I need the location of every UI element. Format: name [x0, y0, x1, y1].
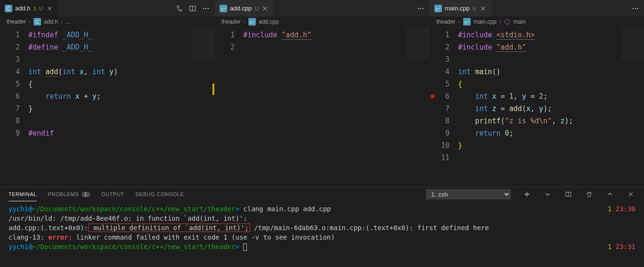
svg-rect-25: [504, 19, 510, 25]
tab-add-h[interactable]: C add.h 1 U: [0, 0, 59, 17]
tab-add-cpp[interactable]: C⁺ add.cpp U: [215, 0, 274, 17]
editor-pane-3: C⁺ main.cpp U theader › C⁺ main.cpp › ma…: [430, 0, 644, 187]
panel-tabs: TERMINAL PROBLEMS1 OUTPUT DEBUG CONSOLE …: [0, 187, 644, 201]
editor-pane-2: C⁺ add.cpp U theader › C⁺ add.cpp 12 #in…: [215, 0, 430, 187]
tab-output[interactable]: OUTPUT: [102, 187, 124, 201]
tab-bar: C add.h 1 U: [0, 0, 214, 17]
breadcrumb-more: …: [66, 18, 71, 25]
minimap[interactable]: [192, 27, 214, 187]
editor-actions: [171, 5, 214, 12]
svg-text:C⁺: C⁺: [465, 20, 469, 25]
bottom-panel: TERMINAL PROBLEMS1 OUTPUT DEBUG CONSOLE …: [0, 187, 644, 267]
symbol-icon: [504, 18, 510, 25]
breadcrumb[interactable]: theader › C add.h › …: [0, 17, 214, 27]
problems-badge: 1: [34, 6, 36, 11]
new-terminal-icon[interactable]: [522, 189, 532, 199]
editor-actions: [412, 5, 429, 12]
chevron-right-icon: ›: [499, 18, 501, 25]
breakpoint-icon: 6: [430, 90, 449, 103]
line-gutter: 12: [215, 27, 243, 187]
minimap[interactable]: [407, 27, 429, 187]
c-file-icon: C: [34, 18, 41, 26]
svg-point-14: [420, 8, 421, 9]
tab-bar: C⁺ main.cpp U: [430, 0, 644, 17]
terminal-output[interactable]: 1 23:30yychi@~/Documents/workspace/conso…: [0, 201, 644, 267]
tab-main-cpp[interactable]: C⁺ main.cpp U: [430, 0, 492, 17]
minimap[interactable]: [621, 27, 644, 187]
more-actions-icon[interactable]: [417, 5, 424, 12]
code-editor[interactable]: 12 #include "add.h": [215, 27, 429, 187]
breadcrumb-file: add.h: [44, 18, 58, 25]
code-content[interactable]: #ifndef _ADD_H_ #define _ADD_H_ int add(…: [28, 27, 214, 187]
breadcrumb[interactable]: theader › C⁺ add.cpp: [215, 17, 429, 27]
scm-status: U: [254, 6, 258, 11]
split-terminal-icon[interactable]: [564, 189, 573, 199]
line-gutter: 1234567891011: [430, 27, 458, 187]
terminal-cursor: [243, 243, 247, 251]
split-editor-icon[interactable]: [189, 5, 196, 12]
svg-text:C: C: [7, 6, 10, 11]
editor-pane-1: C add.h 1 U theader › C add.h › …: [0, 0, 215, 187]
more-actions-icon[interactable]: [202, 5, 210, 12]
cpp-file-icon: C⁺: [248, 18, 256, 26]
more-actions-icon[interactable]: [632, 5, 639, 12]
tab-title: add.h: [15, 5, 31, 12]
svg-text:C⁺: C⁺: [221, 7, 226, 11]
close-icon[interactable]: [261, 5, 269, 12]
svg-point-15: [423, 8, 424, 9]
svg-point-21: [635, 8, 636, 9]
svg-point-22: [637, 8, 638, 9]
code-editor[interactable]: 123456789 #ifndef _ADD_H_ #define _ADD_H…: [0, 27, 214, 187]
svg-point-6: [203, 8, 204, 9]
chevron-right-icon: ›: [244, 18, 246, 25]
svg-point-2: [177, 6, 179, 8]
line-gutter: 123456789: [0, 27, 28, 187]
error-highlight: multiple definition of `add(int, int)';: [88, 224, 250, 232]
breadcrumb[interactable]: theader › C⁺ main.cpp › main: [430, 17, 644, 27]
breadcrumb-folder: theader: [7, 18, 26, 25]
c-file-icon: C: [5, 5, 12, 12]
tab-bar: C⁺ add.cpp U: [215, 0, 429, 17]
compare-changes-icon[interactable]: [176, 5, 183, 12]
cpp-file-icon: C⁺: [463, 18, 471, 26]
chevron-right-icon: ›: [29, 18, 31, 25]
tab-debug-console[interactable]: DEBUG CONSOLE: [136, 187, 184, 201]
tab-problems[interactable]: PROBLEMS1: [48, 187, 90, 201]
chevron-down-icon[interactable]: [543, 189, 552, 199]
svg-text:C: C: [35, 19, 39, 25]
svg-point-20: [633, 8, 634, 9]
code-content[interactable]: #include <stdio.h> #include "add.h" int …: [458, 27, 644, 187]
chevron-right-icon: ›: [458, 18, 460, 25]
cpp-file-icon: C⁺: [220, 5, 227, 12]
close-icon[interactable]: [46, 5, 53, 12]
tab-title: main.cpp: [445, 5, 470, 12]
editor-actions: [627, 5, 644, 12]
terminal-shell-select[interactable]: 1: zsh: [426, 189, 511, 199]
modified-marker: [212, 84, 214, 95]
code-content[interactable]: #include "add.h": [243, 27, 429, 187]
close-panel-icon[interactable]: [626, 189, 636, 199]
tab-terminal[interactable]: TERMINAL: [8, 187, 37, 201]
maximize-panel-icon[interactable]: [605, 189, 615, 199]
svg-point-3: [180, 9, 182, 11]
svg-point-7: [205, 8, 206, 9]
close-icon[interactable]: [479, 5, 487, 12]
code-editor[interactable]: 1234567891011 #include <stdio.h> #includ…: [430, 27, 644, 187]
kill-terminal-icon[interactable]: [585, 189, 594, 199]
svg-text:C⁺: C⁺: [250, 20, 254, 25]
tab-title: add.cpp: [230, 5, 252, 12]
svg-point-8: [208, 8, 209, 9]
svg-text:C⁺: C⁺: [436, 7, 441, 11]
cpp-file-icon: C⁺: [434, 5, 442, 12]
svg-point-13: [418, 8, 419, 9]
chevron-right-icon: ›: [61, 18, 63, 25]
scm-status: U: [39, 6, 43, 11]
problems-count: 1: [82, 192, 90, 197]
scm-status: U: [473, 6, 476, 11]
